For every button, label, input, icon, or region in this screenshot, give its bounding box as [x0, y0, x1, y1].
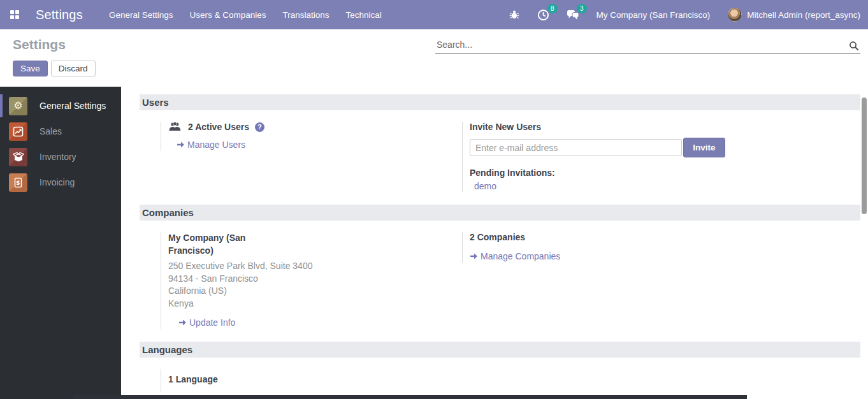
sidebar-item-invoicing[interactable]: $ Invoicing	[0, 170, 121, 195]
company-name: My Company (San Francisco)	[168, 232, 261, 257]
users-group-icon	[168, 122, 182, 132]
arrow-right-icon	[178, 319, 187, 326]
arrow-right-icon	[177, 141, 185, 149]
menu-users-companies[interactable]: Users & Companies	[181, 0, 274, 29]
active-users-count: 2 Active Users	[188, 122, 249, 132]
apps-grid-icon	[10, 10, 19, 19]
discard-button[interactable]: Discard	[51, 61, 96, 76]
sales-chart-app-icon	[9, 122, 27, 141]
horizontal-scrollbar-thumb[interactable]	[73, 395, 747, 399]
section-heading-languages: Languages	[140, 342, 860, 358]
company-address-line: California (US)	[168, 285, 462, 298]
menu-technical[interactable]: Technical	[338, 0, 390, 29]
settings-sidebar: ⚙ General Settings Sales Invento	[0, 87, 121, 399]
user-avatar[interactable]	[728, 8, 742, 22]
invite-email-field[interactable]	[470, 139, 682, 156]
user-menu[interactable]: Mitchell Admin (report_async)	[747, 10, 863, 20]
manage-companies-link[interactable]: Manage Companies	[470, 251, 560, 261]
arrow-right-icon	[470, 252, 478, 260]
save-button[interactable]: Save	[13, 61, 48, 76]
app-title: Settings	[36, 8, 83, 22]
control-panel: Settings Save Discard	[0, 29, 868, 87]
sidebar-item-general-settings[interactable]: ⚙ General Settings	[0, 93, 121, 119]
search-icon[interactable]	[849, 41, 859, 51]
sidebar-item-inventory[interactable]: Inventory	[0, 144, 121, 170]
inventory-box-app-icon	[9, 148, 27, 166]
pending-invitation-demo-link[interactable]: demo	[474, 181, 496, 191]
top-navbar: Settings General Settings Users & Compan…	[0, 0, 868, 29]
navbar-menu: General Settings Users & Companies Trans…	[101, 0, 390, 29]
settings-content: Users 2 Active Users ?	[121, 87, 868, 399]
company-switcher[interactable]: My Company (San Francisco)	[588, 10, 720, 20]
search-input[interactable]	[435, 36, 860, 54]
company-address-line: 250 Executive Park Blvd, Suite 3400	[168, 260, 462, 273]
messages-chat-icon[interactable]: 3	[566, 8, 580, 22]
debug-bug-icon[interactable]	[507, 8, 521, 22]
search-view	[435, 36, 860, 54]
companies-count: 2 Companies	[470, 232, 763, 242]
invite-users-box: Invite New Users Invite Pending Invitati…	[462, 122, 763, 192]
messages-count-badge: 3	[577, 4, 587, 13]
section-heading-users: Users	[140, 94, 860, 110]
company-info-box: My Company (San Francisco) 250 Executive…	[161, 232, 462, 329]
update-info-link[interactable]: Update Info	[178, 317, 235, 328]
company-address-line: 94134 - San Francisco	[168, 273, 462, 286]
help-question-icon[interactable]: ?	[255, 122, 264, 132]
invite-heading: Invite New Users	[470, 122, 763, 132]
invite-button[interactable]: Invite	[683, 138, 725, 157]
apps-menu-button[interactable]	[5, 5, 24, 24]
sidebar-item-sales[interactable]: Sales	[0, 119, 121, 144]
menu-general-settings[interactable]: General Settings	[101, 0, 182, 29]
section-heading-companies: Companies	[140, 205, 860, 221]
manage-users-link[interactable]: Manage Users	[177, 140, 245, 150]
activities-count-badge: 8	[547, 4, 558, 13]
companies-count-box: 2 Companies Manage Companies	[462, 232, 763, 263]
company-address-line: Kenya	[168, 298, 462, 310]
vertical-scrollbar-thumb[interactable]	[862, 98, 867, 214]
languages-box: 1 Language	[161, 369, 462, 392]
invoice-app-icon: $	[9, 173, 27, 192]
language-count: 1 Language	[168, 374, 462, 384]
pending-invitations-label: Pending Invitations:	[470, 168, 763, 178]
active-users-box: 2 Active Users ? Manage Users	[161, 122, 462, 151]
svg-text:$: $	[16, 179, 20, 185]
gear-app-icon: ⚙	[9, 97, 27, 115]
menu-translations[interactable]: Translations	[274, 0, 337, 29]
activities-clock-icon[interactable]: 8	[537, 8, 551, 22]
systray: 8 3 My Company (San Francisco) Mitchell …	[500, 0, 863, 29]
